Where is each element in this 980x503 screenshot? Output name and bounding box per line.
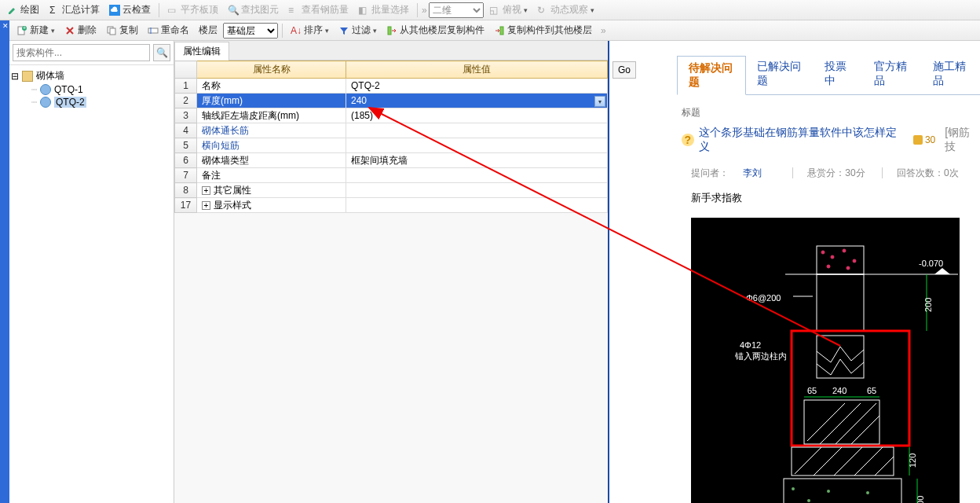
tree-root[interactable]: ⊟ 砌体墙 <box>11 68 172 83</box>
rebar1-text: Φ6@200 <box>746 293 781 303</box>
toolbar-edit: +新建▾ 删除 复制 重命名 楼层 基础层 A↓排序▾ 过滤▾ 从其他楼层复制构… <box>0 20 980 41</box>
prop-value[interactable] <box>346 198 608 213</box>
sort-button[interactable]: A↓排序▾ <box>287 21 333 39</box>
property-row[interactable]: 6砌体墙类型框架间填充墙 <box>175 153 608 168</box>
batch-icon: ◧ <box>358 5 369 16</box>
prop-value[interactable] <box>346 123 608 138</box>
row-number: 5 <box>175 138 197 153</box>
tree-item-label: QTQ-1 <box>54 84 83 95</box>
property-row[interactable]: 17+显示样式 <box>175 198 608 213</box>
prop-link[interactable]: 砌体通长筋 <box>202 125 249 136</box>
property-row[interactable]: 7备注 <box>175 168 608 183</box>
search-button[interactable]: 🔍 <box>153 44 170 61</box>
tab-official[interactable]: 官方精品 <box>863 55 921 94</box>
floor-button[interactable]: 楼层 <box>195 21 221 39</box>
copy-from-button[interactable]: 从其他楼层复制构件 <box>382 21 488 39</box>
panel-edge[interactable]: ✕ <box>0 20 9 503</box>
prop-value[interactable]: 框架间填充墙 <box>346 153 608 168</box>
folder-icon <box>22 71 33 82</box>
rebar-button[interactable]: ≡查看钢筋量 <box>284 1 353 19</box>
prop-value[interactable] <box>346 138 608 153</box>
svg-text:240: 240 <box>832 386 847 395</box>
toolbar-main: 绘图 Σ汇总计算 云检查 ▭平齐板顶 🔍查找图元 ≡查看钢筋量 ◧批量选择 » … <box>0 0 980 20</box>
property-table: 属性名称 属性值 1名称QTQ-22厚度(mm)240▾3轴线距左墙皮距离(mm… <box>174 61 608 213</box>
property-panel: 属性编辑 属性名称 属性值 1名称QTQ-22厚度(mm)240▾3轴线距左墙皮… <box>174 41 609 503</box>
copy-to-label: 复制构件到其他楼层 <box>507 24 592 37</box>
new-icon: + <box>16 25 27 36</box>
view-mode-select[interactable]: 二维 <box>429 2 484 18</box>
property-row[interactable]: 4砌体通长筋 <box>175 123 608 138</box>
expand-icon[interactable]: + <box>202 186 210 195</box>
sort-icon: A↓ <box>291 25 302 36</box>
cloud-button[interactable]: 云检查 <box>105 1 155 19</box>
find-button[interactable]: 🔍查找图元 <box>224 1 283 19</box>
svg-point-11 <box>821 251 825 254</box>
new-button[interactable]: +新建▾ <box>13 21 59 39</box>
persp-button[interactable]: ◱俯视▾ <box>485 1 532 19</box>
expand-icon[interactable]: + <box>202 201 210 210</box>
dyn-button[interactable]: ↻动态观察▾ <box>533 1 598 19</box>
filter-button[interactable]: 过滤▾ <box>335 21 381 39</box>
copy-to-icon <box>494 25 505 36</box>
col-name: 属性名称 <box>197 61 346 79</box>
svg-point-45 <box>827 490 830 493</box>
flatten-button[interactable]: ▭平齐板顶 <box>163 1 222 19</box>
tree-item-qtq2[interactable]: ┈ QTQ-2 <box>11 96 172 108</box>
base-select[interactable]: 基础层 <box>223 23 278 39</box>
col-value: 属性值 <box>346 61 608 79</box>
dropdown-icon[interactable]: ▾ <box>594 96 605 107</box>
svg-point-12 <box>831 255 834 259</box>
tree-root-label: 砌体墙 <box>36 69 64 83</box>
prop-name: 砌体墙类型 <box>197 153 346 168</box>
svg-text:锚入两边柱内: 锚入两边柱内 <box>734 351 787 361</box>
elev-text: -0.070 <box>919 259 943 268</box>
copy-button[interactable]: 复制 <box>102 21 142 39</box>
property-row[interactable]: 8+其它属性 <box>175 183 608 198</box>
row-number: 8 <box>175 183 197 198</box>
prop-name: +其它属性 <box>197 183 346 198</box>
svg-line-39 <box>875 457 894 475</box>
draw-button[interactable]: 绘图 <box>3 1 43 19</box>
prop-value[interactable]: QTQ-2 <box>346 79 608 94</box>
col-num <box>175 61 197 79</box>
svg-text:4Φ12: 4Φ12 <box>740 340 761 350</box>
search-input[interactable] <box>13 44 150 61</box>
row-number: 3 <box>175 108 197 123</box>
prop-value[interactable] <box>346 168 608 183</box>
tab-solved[interactable]: 已解决问题 <box>746 55 814 94</box>
prop-name: 厚度(mm) <box>197 94 346 108</box>
tab-construction[interactable]: 施工精品 <box>922 55 980 94</box>
prop-name: 横向短筋 <box>197 138 346 153</box>
left-panel: 🔍 ⊟ 砌体墙 ┈ QTQ-1 ┈ QTQ-2 <box>9 41 174 503</box>
svg-rect-7 <box>148 28 158 33</box>
tree-item-qtq1[interactable]: ┈ QTQ-1 <box>11 83 172 96</box>
property-row[interactable]: 3轴线距左墙皮距离(mm)(185) <box>175 108 608 123</box>
row-number: 4 <box>175 123 197 138</box>
prop-name: 名称 <box>197 79 346 94</box>
draw-label: 绘图 <box>20 3 39 17</box>
batch-button[interactable]: ◧批量选择 <box>354 1 413 19</box>
tree-item-label: QTQ-2 <box>54 97 86 108</box>
rename-button[interactable]: 重命名 <box>144 21 193 39</box>
sum-button[interactable]: Σ汇总计算 <box>45 1 104 19</box>
question-link[interactable]: ? 这个条形基础在钢筋算量软件中该怎样定义 30 [钢筋技 <box>682 126 980 154</box>
tab-voting[interactable]: 投票中 <box>814 55 863 94</box>
prop-tab[interactable]: 属性编辑 <box>174 42 229 61</box>
row-number: 1 <box>175 79 197 94</box>
prop-value[interactable]: 240▾ <box>346 94 608 108</box>
row-number: 2 <box>175 94 197 108</box>
prop-link[interactable]: 横向短筋 <box>202 140 240 151</box>
property-row[interactable]: 2厚度(mm)240▾ <box>175 94 608 108</box>
property-row[interactable]: 1名称QTQ-2 <box>175 79 608 94</box>
prop-value[interactable] <box>346 183 608 198</box>
del-button[interactable]: 删除 <box>60 21 101 39</box>
svg-text:65: 65 <box>867 386 876 395</box>
svg-point-16 <box>847 266 850 270</box>
property-row[interactable]: 5横向短筋 <box>175 138 608 153</box>
go-button[interactable]: Go <box>612 61 636 79</box>
tab-pending[interactable]: 待解决问题 <box>677 56 746 95</box>
prop-name: +显示样式 <box>197 198 346 213</box>
copy-to-button[interactable]: 复制构件到其他楼层 <box>490 21 596 39</box>
right-panel: 待解决问题 已解决问题 投票中 官方精品 施工精品 标题 ? 这个条形基础在钢筋… <box>669 41 980 503</box>
prop-value[interactable]: (185) <box>346 108 608 123</box>
